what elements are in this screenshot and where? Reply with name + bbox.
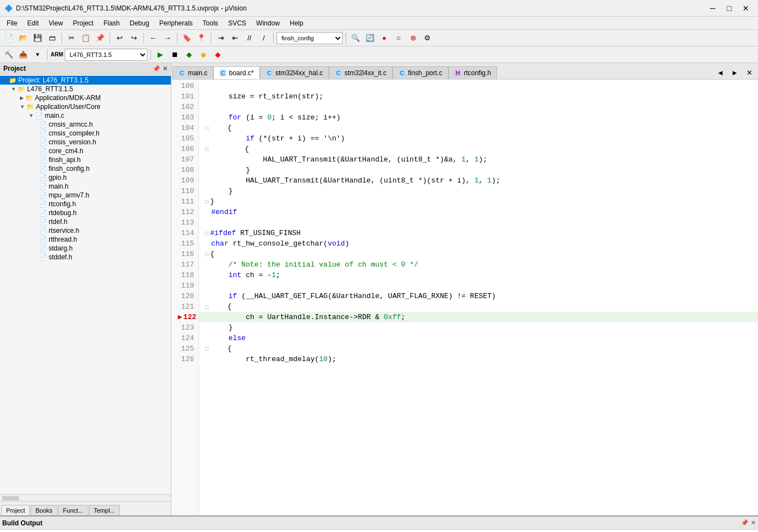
menu-item-help[interactable]: Help — [285, 18, 308, 28]
code-content[interactable]: size = rt_strlen(str); for (i = 0; i < s… — [199, 80, 758, 515]
menu-item-peripherals[interactable]: Peripherals — [155, 18, 197, 28]
editor-tab-rtconfigh[interactable]: Hrtconfig.h — [448, 66, 497, 79]
tree-item[interactable]: ▶📁Application/MDK-ARM — [0, 93, 171, 102]
tree-item[interactable]: 📄rtthread.h — [0, 235, 171, 244]
fwd-btn[interactable]: → — [161, 32, 174, 45]
run-btn[interactable]: ○ — [392, 32, 405, 45]
menu-item-file[interactable]: File — [2, 18, 22, 28]
tree-item[interactable]: 📄gpio.h — [0, 173, 171, 182]
bookmark2-btn[interactable]: 📍 — [195, 32, 208, 45]
menu-item-project[interactable]: Project — [69, 18, 98, 28]
outdent-btn[interactable]: ⇤ — [228, 32, 242, 45]
cut-btn[interactable]: ✂ — [65, 32, 78, 45]
fold-btn[interactable]: □ — [203, 249, 210, 260]
target-btn[interactable]: ▼ — [31, 48, 44, 61]
editor-tab-boardc[interactable]: Cboard.c* — [213, 66, 260, 80]
menu-item-svcs[interactable]: SVCS — [224, 18, 251, 28]
sidebar-close-icon[interactable]: ✕ — [163, 65, 168, 72]
menu-item-edit[interactable]: Edit — [23, 18, 43, 28]
tree-item[interactable]: 📄mpu_armv7.h — [0, 191, 171, 200]
tree-item[interactable]: 📄cmsis_version.h — [0, 138, 171, 147]
sidebar-tree[interactable]: ▼📁Project: L476_RTT3.1.5▼📁L476_RTT3.1.5▶… — [0, 75, 171, 494]
paste-btn[interactable]: 📌 — [93, 32, 107, 45]
new-file-btn[interactable]: 📄 — [2, 32, 15, 45]
tree-file-icon: 📄 — [39, 201, 47, 208]
sidebar-tab-books[interactable]: Books — [30, 505, 57, 515]
tree-item[interactable]: 📄cmsis_armcc.h — [0, 120, 171, 129]
arm-btn[interactable]: ARM — [50, 48, 64, 61]
dbg-yellow-btn[interactable]: ◆ — [197, 48, 210, 61]
back-btn[interactable]: ← — [147, 32, 160, 45]
undo-btn[interactable]: ↩ — [113, 32, 126, 45]
fold-btn[interactable]: □ — [203, 144, 210, 155]
project-combo[interactable]: L476_RTT3.1.5 — [65, 49, 148, 61]
build-close-icon[interactable]: ✕ — [751, 519, 756, 526]
editor-tab-stm32l4xx_itc[interactable]: Cstm32l4xx_it.c — [329, 66, 393, 79]
dbg-red-btn[interactable]: ◆ — [211, 48, 224, 61]
tree-item[interactable]: ▼📁Application/User/Core — [0, 102, 171, 111]
tab-scroll-right[interactable]: ► — [728, 66, 741, 79]
replace-btn[interactable]: 🔄 — [363, 32, 377, 45]
sidebar-tab-funct[interactable]: Funct... — [58, 505, 88, 515]
close-button[interactable]: ✕ — [738, 2, 754, 14]
tab-scroll-left[interactable]: ◄ — [714, 66, 727, 79]
tree-item[interactable]: 📄stddef.h — [0, 253, 171, 262]
tree-item[interactable]: 📄rtdebug.h — [0, 208, 171, 217]
tree-item[interactable]: 📄cmsis_compiler.h — [0, 129, 171, 138]
tree-item[interactable]: ▼📁Project: L476_RTT3.1.5 — [0, 76, 171, 85]
sidebar-tab-templ[interactable]: Templ... — [89, 505, 121, 515]
sidebar-tab-project[interactable]: Project — [1, 505, 30, 515]
fold-btn[interactable]: □ — [203, 123, 210, 134]
minimize-button[interactable]: ─ — [705, 2, 720, 14]
bookmark-btn[interactable]: 🔖 — [180, 32, 194, 45]
fold-btn[interactable]: □ — [203, 302, 210, 312]
tree-item[interactable]: 📄finsh_api.h — [0, 155, 171, 164]
comment-btn[interactable]: // — [243, 32, 256, 45]
tab-label: finsh_port.c — [408, 69, 442, 77]
menu-item-window[interactable]: Window — [252, 18, 284, 28]
copy-btn[interactable]: 📋 — [79, 32, 92, 45]
build-output-content[interactable]: compiling board.c...../Middlewares/Third… — [0, 530, 758, 532]
tree-item[interactable]: 📄core_cm4.h — [0, 147, 171, 155]
tab-close-all[interactable]: ✕ — [743, 66, 756, 79]
build-btn[interactable]: 🔨 — [2, 48, 15, 61]
fold-btn[interactable]: □ — [203, 228, 210, 239]
fold-btn[interactable]: □ — [203, 344, 210, 354]
save-all-btn[interactable]: 🗃 — [45, 32, 59, 45]
tree-item[interactable]: 📄rtconfig.h — [0, 200, 171, 208]
tree-item[interactable]: 📄main.h — [0, 182, 171, 191]
menu-item-view[interactable]: View — [44, 18, 67, 28]
search-btn[interactable]: 🔍 — [349, 32, 362, 45]
tree-item[interactable]: 📄rtservice.h — [0, 226, 171, 235]
target-combo[interactable]: finsh_config — [276, 32, 343, 44]
maximize-button[interactable]: □ — [722, 2, 737, 14]
menu-item-debug[interactable]: Debug — [126, 18, 154, 28]
settings-btn[interactable]: ⚙ — [421, 32, 434, 45]
dbg-green-btn[interactable]: ◆ — [182, 48, 196, 61]
tree-item[interactable]: 📄stdarg.h — [0, 244, 171, 253]
load-btn[interactable]: 📤 — [17, 48, 30, 61]
fold-btn[interactable]: □ — [203, 197, 210, 207]
pin-icon[interactable]: 📌 — [153, 65, 160, 72]
tree-item[interactable]: ▼📁L476_RTT3.1.5 — [0, 85, 171, 93]
tree-item[interactable]: ▼📄main.c — [0, 111, 171, 120]
sidebar-scrollbar[interactable] — [0, 494, 171, 501]
dbg-stop-btn[interactable]: ⏹ — [168, 48, 181, 61]
redo-btn[interactable]: ↪ — [127, 32, 140, 45]
code-line: if (*(str + i) == '\n') — [199, 133, 758, 144]
indent-btn[interactable]: ⇥ — [214, 32, 227, 45]
tree-item[interactable]: 📄finsh_config.h — [0, 164, 171, 173]
uncomment-btn[interactable]: / — [257, 32, 270, 45]
open-btn[interactable]: 📂 — [17, 32, 30, 45]
stop-btn[interactable]: ⊗ — [406, 32, 420, 45]
build-pin-icon[interactable]: 📌 — [741, 519, 749, 526]
menu-item-flash[interactable]: Flash — [99, 18, 124, 28]
save-btn[interactable]: 💾 — [31, 32, 44, 45]
debug-btn[interactable]: ● — [378, 32, 391, 45]
editor-tab-finsh_portc[interactable]: Cfinsh_port.c — [393, 66, 448, 79]
dbg-start-btn[interactable]: ▶ — [154, 48, 167, 61]
editor-tab-stm32l4xx_halc[interactable]: Cstm32l4xx_hal.c — [260, 66, 329, 79]
tree-item[interactable]: 📄rtdef.h — [0, 217, 171, 226]
menu-item-tools[interactable]: Tools — [198, 18, 223, 28]
editor-tab-mainc[interactable]: Cmain.c — [172, 66, 213, 79]
